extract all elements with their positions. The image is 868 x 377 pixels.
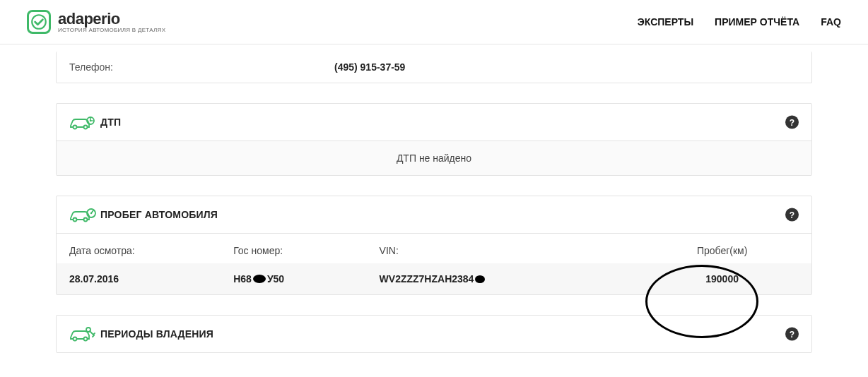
svg-point-2 [84,126,88,129]
dtp-header: ДТП ? [57,104,811,141]
phone-value: (495) 915-37-59 [334,61,405,73]
main-nav: ЭКСПЕРТЫ ПРИМЕР ОТЧЁТА FAQ [638,16,841,28]
nav-sample-report[interactable]: ПРИМЕР ОТЧЁТА [715,16,799,28]
cell-plate: Н68У50 [233,273,379,285]
redaction-icon [253,275,266,283]
dtp-title: ДТП [100,116,121,128]
mileage-table-row: 28.07.2016 Н68У50 WV2ZZZ7HZAH2384 190000 [57,263,811,294]
mileage-header: ПРОБЕГ АВТОМОБИЛЯ ? [57,196,811,234]
dtp-section: ДТП ? ДТП не найдено [56,103,812,176]
car-odometer-icon [69,206,100,223]
logo-text: adaperio ИСТОРИЯ АВТОМОБИЛЯ В ДЕТАЛЯХ [58,11,165,34]
svg-point-9 [74,337,77,341]
logo-title: adaperio [58,11,165,28]
redaction-icon [475,275,485,283]
mileage-title: ПРОБЕГ АВТОМОБИЛЯ [100,209,218,220]
col-header-plate: Гос номер: [233,245,379,256]
ownership-section: ПЕРИОДЫ ВЛАДЕНИЯ ? [56,315,812,353]
nav-experts[interactable]: ЭКСПЕРТЫ [638,16,693,28]
mileage-section: ПРОБЕГ АВТОМОБИЛЯ ? Дата осмотра: Гос но… [56,196,812,295]
help-icon[interactable]: ? [785,328,799,341]
dtp-empty-message: ДТП не найдено [57,141,811,175]
svg-point-10 [84,337,88,341]
nav-faq[interactable]: FAQ [821,16,841,28]
logo-subtitle: ИСТОРИЯ АВТОМОБИЛЯ В ДЕТАЛЯХ [58,28,165,34]
phone-section: Телефон: (495) 915-37-59 [56,52,812,83]
cell-date: 28.07.2016 [69,273,233,285]
phone-label: Телефон: [69,61,334,73]
col-header-date: Дата осмотра: [69,245,233,256]
car-key-icon [69,325,100,342]
help-icon[interactable]: ? [785,208,799,222]
logo[interactable]: adaperio ИСТОРИЯ АВТОМОБИЛЯ В ДЕТАЛЯХ [27,10,165,34]
ownership-header: ПЕРИОДЫ ВЛАДЕНИЯ ? [57,316,811,352]
help-icon[interactable]: ? [785,116,799,129]
site-header: adaperio ИСТОРИЯ АВТОМОБИЛЯ В ДЕТАЛЯХ ЭК… [0,0,868,44]
ownership-title: ПЕРИОДЫ ВЛАДЕНИЯ [100,328,213,340]
mileage-table-header: Дата осмотра: Гос номер: VIN: Пробег(км) [57,234,811,263]
plate-suffix: У50 [267,273,284,285]
logo-icon [27,10,51,34]
col-header-mileage: Пробег(км) [645,245,799,256]
plate-prefix: Н68 [233,273,252,285]
svg-point-5 [74,218,77,222]
car-crash-icon [69,114,100,131]
svg-point-8 [90,213,93,215]
vin-prefix: WV2ZZZ7HZAH2384 [380,273,474,285]
svg-point-0 [32,15,46,29]
cell-vin: WV2ZZZ7HZAH2384 [380,273,646,285]
col-header-vin: VIN: [380,245,646,256]
cell-mileage: 190000 [645,273,799,285]
svg-point-1 [74,126,77,129]
svg-point-6 [84,218,88,222]
